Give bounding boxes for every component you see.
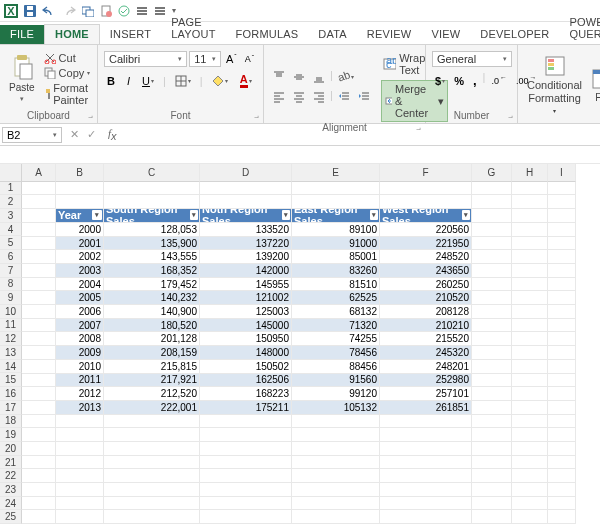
tab-view[interactable]: VIEW (421, 25, 470, 44)
cell[interactable]: 71320 (292, 319, 380, 333)
cell[interactable]: 2009 (56, 346, 104, 360)
row-header[interactable]: 16 (0, 387, 22, 401)
filter-dropdown-icon[interactable]: ▾ (282, 210, 290, 220)
cell[interactable] (22, 360, 56, 374)
cell[interactable]: 83260 (292, 264, 380, 278)
cell[interactable]: 2002 (56, 250, 104, 264)
cell[interactable]: 99120 (292, 387, 380, 401)
underline-button[interactable]: U▾ (139, 73, 157, 89)
cell[interactable] (22, 278, 56, 292)
cell[interactable] (512, 374, 548, 388)
cell[interactable] (548, 497, 576, 511)
cell[interactable]: 78456 (292, 346, 380, 360)
cell[interactable] (548, 264, 576, 278)
cell[interactable]: 150950 (200, 332, 292, 346)
cell[interactable]: 248520 (380, 250, 472, 264)
cell[interactable] (380, 456, 472, 470)
cell[interactable] (22, 497, 56, 511)
tab-developer[interactable]: DEVELOPER (470, 25, 559, 44)
cell[interactable] (380, 442, 472, 456)
font-color-button[interactable]: A▾ (237, 71, 255, 90)
cell[interactable] (380, 428, 472, 442)
row-header[interactable]: 2 (0, 195, 22, 209)
column-header[interactable]: H (512, 164, 548, 182)
cell[interactable] (104, 182, 200, 196)
filter-dropdown-icon[interactable]: ▾ (190, 210, 198, 220)
decrease-indent-icon[interactable] (335, 89, 353, 105)
bold-button[interactable]: B (104, 73, 118, 89)
row-header[interactable]: 7 (0, 264, 22, 278)
comma-format-icon[interactable]: , (470, 71, 480, 90)
cell[interactable] (472, 250, 512, 264)
tab-data[interactable]: DATA (308, 25, 357, 44)
cell[interactable] (472, 456, 512, 470)
cell[interactable]: 260250 (380, 278, 472, 292)
cell[interactable]: 221950 (380, 237, 472, 251)
cell[interactable] (22, 182, 56, 196)
cell[interactable] (548, 374, 576, 388)
row-header[interactable]: 1 (0, 182, 22, 196)
cell[interactable]: 210210 (380, 319, 472, 333)
cell[interactable] (472, 332, 512, 346)
cell[interactable] (56, 428, 104, 442)
cell[interactable]: 201,128 (104, 332, 200, 346)
increase-decimal-icon[interactable]: .0← (488, 71, 510, 90)
cell[interactable] (292, 456, 380, 470)
row-header[interactable]: 5 (0, 236, 22, 250)
cell[interactable] (200, 497, 292, 511)
cell[interactable]: 145000 (200, 319, 292, 333)
table-header-cell[interactable]: West Region Sales▾ (380, 209, 472, 223)
name-box[interactable]: B2▾ (2, 127, 62, 143)
cell[interactable] (104, 497, 200, 511)
cell[interactable]: 142000 (200, 264, 292, 278)
cell[interactable] (472, 442, 512, 456)
cell[interactable] (104, 456, 200, 470)
cancel-formula-icon[interactable]: ✕ (70, 128, 79, 141)
cell[interactable] (22, 442, 56, 456)
cell[interactable]: 217,921 (104, 374, 200, 388)
cell[interactable] (512, 182, 548, 196)
format-table-button[interactable]: Fo (589, 47, 600, 123)
cell[interactable] (548, 209, 576, 223)
row-header[interactable]: 4 (0, 223, 22, 237)
cell[interactable] (200, 442, 292, 456)
row-header[interactable]: 25 (0, 510, 22, 524)
cell[interactable]: 243650 (380, 264, 472, 278)
cell[interactable] (548, 442, 576, 456)
cell[interactable] (22, 319, 56, 333)
cell[interactable]: 89100 (292, 223, 380, 237)
align-top-icon[interactable] (270, 69, 288, 85)
cell[interactable] (56, 442, 104, 456)
cell[interactable] (104, 442, 200, 456)
cell[interactable]: 252980 (380, 374, 472, 388)
cell[interactable] (512, 195, 548, 209)
orientation-icon[interactable]: ab▾ (335, 69, 357, 85)
cell[interactable] (472, 237, 512, 251)
increase-indent-icon[interactable] (355, 89, 373, 105)
cell[interactable] (472, 360, 512, 374)
cell[interactable] (548, 346, 576, 360)
cell[interactable] (548, 223, 576, 237)
cell[interactable] (548, 250, 576, 264)
table-header-cell[interactable]: South Region Sales▾ (104, 209, 200, 223)
cell[interactable] (472, 510, 512, 524)
cell[interactable] (56, 415, 104, 429)
cell[interactable]: 68132 (292, 305, 380, 319)
cell[interactable] (292, 415, 380, 429)
cell[interactable] (22, 305, 56, 319)
row-header[interactable]: 20 (0, 442, 22, 456)
column-header[interactable]: G (472, 164, 512, 182)
cell[interactable] (22, 483, 56, 497)
row-header[interactable]: 18 (0, 415, 22, 429)
cell[interactable] (380, 195, 472, 209)
cell[interactable] (104, 483, 200, 497)
undo-icon[interactable] (42, 5, 56, 17)
save-icon[interactable] (24, 5, 36, 17)
cell[interactable] (380, 182, 472, 196)
column-header[interactable]: C (104, 164, 200, 182)
cell[interactable]: 145955 (200, 278, 292, 292)
cell[interactable] (472, 291, 512, 305)
cell[interactable]: 2012 (56, 387, 104, 401)
row-header[interactable]: 8 (0, 278, 22, 292)
cell[interactable]: 88456 (292, 360, 380, 374)
